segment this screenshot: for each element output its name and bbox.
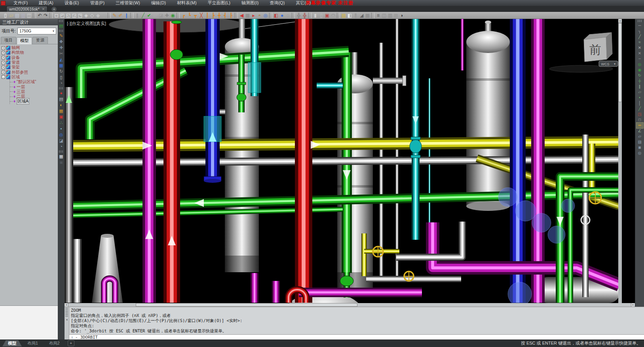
layout-tab[interactable]: 模型	[2, 340, 22, 347]
pipe-tee-icon[interactable]: ┳	[192, 12, 198, 19]
iso-se-view-icon[interactable]: ◇	[89, 12, 95, 19]
workspace-icon[interactable]: ▤	[58, 23, 64, 29]
save-icon[interactable]: ▤	[14, 12, 20, 19]
undo-icon[interactable]: ↶	[37, 12, 43, 19]
tree-child-item[interactable]: ♦ "默认区域"	[10, 80, 58, 84]
select-face-icon[interactable]: ◪	[158, 12, 164, 19]
plot-icon[interactable]: ▥	[20, 12, 26, 19]
tree-item[interactable]: + 管道	[1, 60, 58, 65]
shapes-icon[interactable]: ❖	[58, 39, 64, 45]
marker-icon[interactable]: ❙	[123, 12, 129, 19]
iso-ne-view-icon[interactable]: ◆	[95, 12, 101, 19]
viewport-vertical-scrollbar[interactable]: ▴	[618, 19, 622, 303]
cross-point-icon[interactable]: ✕	[636, 45, 643, 51]
scroll-right-icon[interactable]: ▸	[631, 303, 635, 307]
angle-measure-icon[interactable]: ∠	[636, 128, 643, 134]
scroll-left-icon[interactable]: ◂	[65, 303, 68, 307]
rotate-icon[interactable]: ↻	[58, 68, 64, 74]
image-clip-icon[interactable]: ▣	[324, 12, 330, 19]
table-icon[interactable]: ▦	[365, 12, 370, 19]
tree-expander[interactable]: -	[2, 75, 5, 79]
camera-icon[interactable]: ◙	[636, 145, 643, 150]
pipe-joint-icon[interactable]: ┫	[222, 12, 228, 19]
move-icon[interactable]: ✚	[58, 45, 64, 51]
tree-item[interactable]: - 区域	[1, 75, 58, 80]
dot-icon[interactable]: •	[636, 95, 643, 100]
tree-item[interactable]: + 轴网	[1, 46, 58, 50]
sphere-icon[interactable]: ●	[279, 12, 285, 19]
view-extents-icon[interactable]: ◻	[53, 12, 59, 19]
document-tab[interactable]: wml20200616ok* ✕	[6, 6, 47, 12]
pline-icon[interactable]: ─	[636, 23, 643, 28]
panel-tab[interactable]: 模型	[17, 37, 32, 44]
swatch-icon[interactable]: ▦	[58, 108, 64, 114]
beam-icon[interactable]: ❚	[353, 12, 359, 19]
pipe-cross-icon[interactable]: ╋	[216, 12, 222, 19]
tree-item[interactable]: + 管架	[1, 65, 58, 70]
layout-tab[interactable]: 布局2	[44, 340, 65, 347]
panel-tab[interactable]: 项目	[1, 37, 16, 44]
clip-icon[interactable]: ▨	[636, 139, 643, 145]
list-icon[interactable]: ≡	[375, 12, 381, 19]
menu-item[interactable]: 三维管架(W)	[110, 0, 146, 6]
pipe-delete-icon[interactable]: ╳	[198, 12, 204, 19]
command-input-text[interactable]: - 3DORBIT	[75, 335, 98, 339]
pipe-elbow-icon[interactable]: ┗	[186, 12, 192, 19]
print-icon[interactable]: ▤	[58, 96, 64, 102]
flag-icon[interactable]: ▸	[251, 12, 256, 19]
spline-icon[interactable]: ≈	[636, 40, 643, 45]
mirror-icon[interactable]: ◭	[58, 57, 64, 63]
point-cross-icon[interactable]: ┼	[636, 78, 643, 84]
mass-icon[interactable]: ◗	[399, 12, 405, 19]
pipe-riser-icon[interactable]: ┃	[204, 12, 210, 19]
keyplan-icon[interactable]: ▦	[58, 154, 64, 159]
tree-child-item[interactable]: ♦ 区域A	[10, 99, 58, 104]
grid-snap-icon[interactable]: ╬	[302, 12, 308, 19]
new-tab-button[interactable]: +	[51, 7, 57, 12]
menu-item[interactable]: 建筑(A)	[33, 0, 59, 6]
copy-icon[interactable]: ▱	[636, 89, 643, 95]
rectangle-icon[interactable]: □	[636, 117, 643, 123]
tree-child-item[interactable]: ♦ 一层	[10, 84, 58, 89]
xmark-icon[interactable]: ✕	[636, 51, 643, 56]
dashed-line-icon[interactable]: ┄	[636, 56, 643, 62]
view-left-icon[interactable]: ◲	[71, 12, 77, 19]
material-icon[interactable]: ●	[58, 90, 64, 96]
menu-item[interactable]: 文件(F)	[8, 0, 33, 6]
target2-icon[interactable]: ◎	[636, 150, 643, 156]
pipe-branch-icon[interactable]: ┣	[210, 12, 216, 19]
view-front-icon[interactable]: ◰	[59, 12, 65, 19]
project-number-select[interactable]: 1750G ▾	[17, 28, 56, 34]
orbit-ring-icon[interactable]: ◎	[58, 132, 64, 138]
pan-icon[interactable]: ✚	[164, 12, 170, 19]
point-icon[interactable]: •	[58, 126, 64, 132]
scrollbar-thumb[interactable]	[136, 303, 357, 307]
publish-icon[interactable]: ◫	[26, 12, 32, 19]
sketch-icon[interactable]: ✎	[58, 33, 64, 39]
modify-icon[interactable]: ✂	[58, 51, 64, 57]
door-icon[interactable]: ◫	[381, 12, 387, 19]
iso-sw-view-icon[interactable]: ◈	[83, 12, 89, 19]
orbit-icon[interactable]: ◉	[170, 12, 176, 19]
segment-icon[interactable]: │	[636, 100, 643, 106]
render-icon[interactable]: ◔	[58, 80, 64, 86]
polyline-icon[interactable]: ╱	[140, 12, 146, 19]
menu-item[interactable]: 设备(E)	[59, 0, 85, 6]
iso-nw-view-icon[interactable]: ◇	[101, 12, 107, 19]
step-line-icon[interactable]: ┐	[636, 28, 643, 34]
parallel-icon[interactable]: ∥	[636, 84, 643, 89]
tree-expander[interactable]: +	[2, 56, 5, 59]
pipe-span-icon[interactable]: ┠	[228, 12, 234, 19]
view-top-icon[interactable]: ◱	[65, 12, 71, 19]
tree-expander[interactable]: +	[2, 61, 5, 64]
array-icon[interactable]: ▦	[58, 63, 64, 68]
image-icon[interactable]: ▩	[393, 12, 399, 19]
command-panel-grip[interactable]: ◂	[65, 307, 69, 339]
target-icon[interactable]: ◎	[262, 12, 268, 19]
command-input[interactable]: ↑ - 3DORBIT	[69, 334, 644, 339]
tree-expander[interactable]: +	[2, 46, 5, 50]
diagonal-line-icon[interactable]: ╱	[636, 34, 643, 40]
layout-blocks-icon[interactable]: ▥	[387, 12, 393, 19]
solid-box-icon[interactable]: ▱	[152, 12, 158, 19]
tree-item[interactable]: + 设备	[1, 55, 58, 60]
